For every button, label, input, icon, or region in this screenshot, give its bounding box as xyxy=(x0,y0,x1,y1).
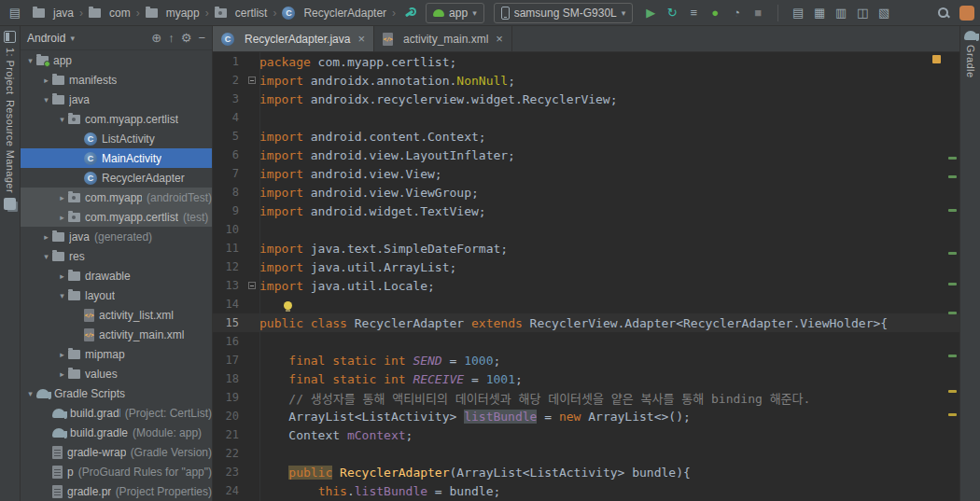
tree-row[interactable]: ▾layout xyxy=(21,285,212,305)
chevron-down-icon[interactable]: ▾ xyxy=(40,95,52,104)
code-line[interactable]: 17 final static int SEND = 1000; xyxy=(213,351,959,369)
stripe-mark[interactable] xyxy=(948,175,957,178)
code-line[interactable]: 16 xyxy=(213,332,959,351)
chevron-down-icon[interactable]: ▾ xyxy=(56,115,68,124)
code-line[interactable]: 15public class RecyclerAdapter extends R… xyxy=(213,313,959,332)
code-line[interactable]: 19 // 생성자를 통해 액티비티의 데이터셋과 해당 데이터셋을 얕은 복사… xyxy=(213,388,959,407)
line-number[interactable]: 8 xyxy=(213,186,245,199)
line-number[interactable]: 17 xyxy=(213,354,245,367)
code-line[interactable]: 7import android.view.View; xyxy=(213,164,959,183)
line-number[interactable]: 15 xyxy=(213,316,245,329)
tree-row[interactable]: gradle-wrapper.properties(Gradle Version… xyxy=(21,442,212,462)
code-line[interactable]: 3import androidx.recyclerview.widget.Rec… xyxy=(213,90,959,108)
tree-row[interactable]: ▾java xyxy=(21,90,212,109)
line-number[interactable]: 23 xyxy=(213,466,245,479)
chevron-down-icon[interactable]: ▾ xyxy=(56,291,68,300)
chevron-right-icon[interactable]: ▸ xyxy=(56,271,68,281)
chevron-right-icon[interactable]: ▸ xyxy=(56,213,68,222)
hide-panel-button[interactable]: − xyxy=(198,32,205,45)
line-number[interactable]: 14 xyxy=(213,298,245,311)
chevron-down-icon[interactable]: ▾ xyxy=(24,56,36,65)
stripe-mark[interactable] xyxy=(948,157,957,160)
line-number[interactable]: 11 xyxy=(213,242,245,255)
chevron-right-icon[interactable]: ▸ xyxy=(56,369,68,379)
layout-inspector-button[interactable]: ▦ xyxy=(810,3,829,23)
fold-marker[interactable] xyxy=(245,74,259,88)
code-line[interactable]: 13import java.util.Locale; xyxy=(213,276,959,295)
code-line[interactable]: 24 this.listBundle = bundle; xyxy=(213,481,959,500)
profile-button[interactable]: ◔ xyxy=(727,3,746,23)
tree-row[interactable]: gradle.properties(Project Properties) xyxy=(21,481,212,501)
line-number[interactable]: 13 xyxy=(213,279,245,292)
device-manager-button[interactable]: ▤ xyxy=(789,3,807,23)
chevron-down-icon[interactable]: ▾ xyxy=(24,389,36,398)
tree-row[interactable]: proguard-rules.pro(ProGuard Rules for "a… xyxy=(21,462,212,481)
line-number[interactable]: 16 xyxy=(213,335,245,348)
code-line[interactable]: 6import android.view.LayoutInflater; xyxy=(213,146,959,164)
tree-row[interactable]: ▸java(generated) xyxy=(21,227,212,246)
code-line[interactable]: 2import androidx.annotation.NonNull; xyxy=(213,71,959,90)
breadcrumb-item-java[interactable]: java xyxy=(30,6,77,21)
tree-row[interactable]: ▸drawable xyxy=(21,266,212,285)
line-number[interactable]: 6 xyxy=(213,148,245,161)
line-number[interactable]: 21 xyxy=(213,428,245,441)
close-icon[interactable]: × xyxy=(357,32,365,46)
code-line[interactable]: 18 final static int RECEIVE = 1001; xyxy=(213,369,959,388)
code-line[interactable]: 22 xyxy=(213,444,959,463)
line-number[interactable]: 19 xyxy=(213,391,245,404)
chevron-right-icon[interactable]: ▸ xyxy=(40,76,52,85)
code-line[interactable]: 21 Context mContext; xyxy=(213,425,959,444)
code-line[interactable]: 23 public RecyclerAdapter(ArrayList<List… xyxy=(213,463,959,481)
editor-tab-RecyclerAdapter.java[interactable]: RecyclerAdapter.java× xyxy=(213,26,374,51)
project-view-selector[interactable]: Android ▾ xyxy=(27,32,75,45)
tree-row[interactable]: ▸mipmap xyxy=(21,344,212,364)
stripe-mark[interactable] xyxy=(948,252,957,255)
line-number[interactable]: 2 xyxy=(213,74,245,87)
run-button[interactable]: ▶ xyxy=(641,3,660,23)
tree-row[interactable]: activity_main.xml xyxy=(21,325,212,344)
chevron-right-icon[interactable]: ▸ xyxy=(56,350,68,359)
tree-row[interactable]: ▾res xyxy=(21,246,212,266)
tree-row[interactable]: ▸com.myapp.certlist(androidTest) xyxy=(21,188,212,207)
line-number[interactable]: 7 xyxy=(213,167,245,180)
code-line[interactable]: 10 xyxy=(213,220,959,239)
tree-row[interactable]: ▸manifests xyxy=(21,70,212,90)
tree-row[interactable]: MainActivity xyxy=(21,148,212,168)
stripe-mark[interactable] xyxy=(948,355,957,357)
line-number[interactable]: 12 xyxy=(213,260,245,273)
line-number[interactable]: 9 xyxy=(213,204,245,217)
profile-avatar[interactable] xyxy=(959,6,974,21)
code-line[interactable]: 8import android.view.ViewGroup; xyxy=(213,183,959,202)
breadcrumb-item-com[interactable]: com xyxy=(86,6,133,21)
stripe-mark[interactable] xyxy=(948,283,957,285)
collapse-all-button[interactable]: ↑ xyxy=(168,32,175,45)
settings-button[interactable]: ⚙ xyxy=(181,32,192,45)
code-line[interactable]: 9import android.widget.TextView; xyxy=(213,202,959,220)
line-number[interactable]: 20 xyxy=(213,410,245,423)
breadcrumb-item-RecyclerAdapter[interactable]: RecyclerAdapter xyxy=(279,6,389,21)
tree-row[interactable]: build.gradle(Project: CertList) xyxy=(21,403,212,423)
code-line[interactable]: 20 ArrayList<ListActivity> listBundle = … xyxy=(213,407,959,425)
line-number[interactable]: 24 xyxy=(213,484,245,497)
line-number[interactable]: 4 xyxy=(213,111,245,124)
chevron-down-icon[interactable]: ▾ xyxy=(40,252,52,261)
editor-tab-activity_main.xml[interactable]: activity_main.xml× xyxy=(374,26,512,51)
breadcrumb-item-myapp[interactable]: myapp xyxy=(143,6,203,21)
stripe-mark[interactable] xyxy=(948,209,957,212)
code-line[interactable]: 11import java.text.SimpleDateFormat; xyxy=(213,239,959,257)
code-line[interactable]: 12import java.util.ArrayList; xyxy=(213,257,959,276)
stripe-mark[interactable] xyxy=(948,390,957,393)
stop-button[interactable]: ■ xyxy=(749,3,767,23)
chevron-right-icon[interactable]: ▸ xyxy=(56,193,68,202)
close-icon[interactable]: × xyxy=(496,32,503,46)
breadcrumb-item-certlist[interactable]: certlist xyxy=(212,6,271,21)
debug-button[interactable]: ● xyxy=(706,3,724,23)
intention-bulb-icon[interactable] xyxy=(284,301,292,310)
project-tool-tab[interactable]: 1: Project xyxy=(4,31,16,94)
chevron-right-icon[interactable]: ▸ xyxy=(40,232,52,242)
code-area[interactable]: 1package com.myapp.certlist;2import andr… xyxy=(213,52,959,501)
line-number[interactable]: 3 xyxy=(213,92,245,105)
tree-row[interactable]: ▾app xyxy=(21,50,212,70)
tree-row[interactable]: build.gradle(Module: app) xyxy=(21,423,212,442)
sdk-manager-button[interactable]: ▧ xyxy=(875,3,893,23)
